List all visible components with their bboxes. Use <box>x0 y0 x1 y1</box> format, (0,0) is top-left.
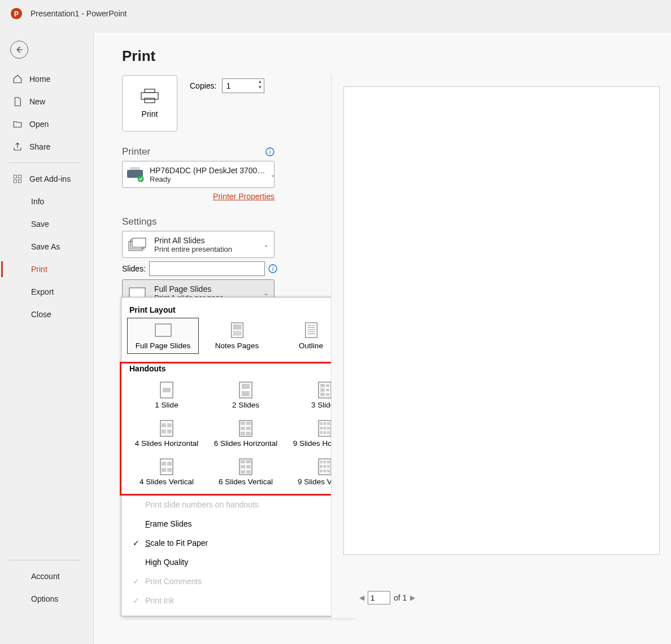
sidebar-item-share[interactable]: Share <box>0 135 93 158</box>
sidebar-label: New <box>29 97 45 106</box>
svg-rect-77 <box>241 465 245 468</box>
check-icon: ✓ <box>133 577 142 586</box>
sidebar-label: Save <box>31 220 49 229</box>
handout-icon <box>239 458 252 475</box>
svg-rect-71 <box>167 462 172 466</box>
copies-input[interactable] <box>223 81 251 90</box>
svg-rect-57 <box>241 432 245 435</box>
sidebar-item-open[interactable]: Open <box>0 113 93 135</box>
sidebar-item-save[interactable]: Save <box>0 213 93 235</box>
svg-rect-85 <box>320 465 323 468</box>
print-what-dropdown[interactable]: Print All Slides Print entire presentati… <box>122 231 274 258</box>
back-button[interactable] <box>10 41 28 59</box>
folder-icon <box>12 119 23 129</box>
sidebar-label: Info <box>31 197 44 206</box>
svg-text:P: P <box>14 10 19 18</box>
page-navigation: ◀ of 1 ▶ <box>359 591 415 604</box>
check-icon: ✓ <box>133 596 142 605</box>
svg-rect-7 <box>145 89 155 93</box>
home-icon <box>12 74 23 84</box>
svg-rect-38 <box>320 384 325 387</box>
sidebar-label: Print <box>31 265 47 274</box>
notes-icon <box>229 322 246 338</box>
copies-label: Copies: <box>190 81 216 90</box>
sidebar-item-print[interactable]: Print <box>0 258 93 281</box>
sidebar-item-home[interactable]: Home <box>0 68 93 90</box>
sidebar-item-export[interactable]: Export <box>0 281 93 303</box>
chevron-down-icon: ⌄ <box>264 242 271 248</box>
sidebar-label: Close <box>31 310 51 319</box>
handout-icon <box>160 458 173 475</box>
option-high-quality[interactable]: High Quality <box>127 553 347 572</box>
svg-rect-53 <box>241 422 245 425</box>
svg-rect-80 <box>246 470 251 474</box>
printer-dropdown[interactable]: HP76D4DC (HP DeskJet 3700… Ready ⌄ <box>122 161 274 188</box>
next-page-icon[interactable]: ▶ <box>410 594 415 602</box>
sidebar-item-account[interactable]: Account <box>0 565 93 588</box>
settings-section-header: Settings <box>122 216 306 227</box>
sidebar-label: Export <box>31 287 54 296</box>
handout-4-horizontal[interactable]: 4 Slides Horizontal <box>127 415 206 452</box>
svg-rect-5 <box>19 180 21 183</box>
svg-rect-35 <box>242 384 250 389</box>
svg-rect-67 <box>324 431 326 434</box>
handout-2-slides[interactable]: 2 Slides <box>206 376 285 414</box>
sidebar-label: Share <box>29 142 50 151</box>
handout-icon <box>160 420 173 437</box>
handout-6-vertical[interactable]: 6 Slides Vertical <box>206 453 285 490</box>
handout-icon <box>239 382 252 398</box>
svg-rect-33 <box>163 388 171 392</box>
handout-4-vertical[interactable]: 4 Slides Vertical <box>127 453 206 490</box>
print-layout-popup: Print Layout Full Page Slides Notes Page… <box>121 297 355 616</box>
svg-rect-86 <box>324 465 326 468</box>
svg-text:i: i <box>272 266 273 272</box>
sidebar-item-options[interactable]: Options <box>0 588 93 610</box>
svg-rect-83 <box>324 461 326 463</box>
svg-rect-55 <box>241 427 245 430</box>
copies-spinbox[interactable]: ▲ ▼ <box>222 78 264 93</box>
svg-rect-84 <box>327 461 330 463</box>
layout-notes-pages[interactable]: Notes Pages <box>201 318 273 354</box>
sidebar-item-saveas[interactable]: Save As <box>0 235 93 258</box>
sidebar-item-close[interactable]: Close <box>0 303 93 326</box>
print-button[interactable]: Print <box>122 75 177 132</box>
sidebar-item-info[interactable]: Info <box>0 190 93 213</box>
sidebar-label: Open <box>29 120 49 129</box>
info-icon[interactable]: i <box>268 264 277 273</box>
spin-down-icon[interactable]: ▼ <box>257 85 263 91</box>
svg-rect-12 <box>130 167 140 170</box>
svg-rect-50 <box>162 430 166 433</box>
sidebar-label: Account <box>31 572 60 581</box>
slides-range-input[interactable] <box>149 261 265 276</box>
printer-status-icon <box>126 167 144 182</box>
svg-rect-16 <box>132 238 146 247</box>
sidebar-item-new[interactable]: New <box>0 90 93 113</box>
svg-rect-61 <box>324 422 326 425</box>
layout-full-page-slides[interactable]: Full Page Slides <box>127 318 199 354</box>
printer-name: HP76D4DC (HP DeskJet 3700… <box>150 166 265 175</box>
content-area: Print Print Copies: ▲ ▼ Printer i <box>93 33 671 644</box>
prev-page-icon[interactable]: ◀ <box>359 594 364 602</box>
handouts-options: 1 Slide 2 Slides 3 Slides 4 Slides Horiz… <box>127 376 347 490</box>
svg-rect-47 <box>160 420 173 436</box>
handout-6-horizontal[interactable]: 6 Slides Horizontal <box>206 415 285 452</box>
svg-rect-62 <box>327 422 330 425</box>
option-frame-slides[interactable]: Frame Slides <box>127 514 347 533</box>
printer-properties-row: Printer Properties <box>122 191 274 201</box>
svg-rect-8 <box>145 98 155 103</box>
printer-properties-link[interactable]: Printer Properties <box>213 192 274 201</box>
printer-icon <box>140 88 159 104</box>
copies-row: Copies: ▲ ▼ <box>190 78 264 93</box>
preview-page <box>343 86 660 555</box>
print-layout-options: Full Page Slides Notes Pages Outline <box>127 318 347 354</box>
handout-1-slide[interactable]: 1 Slide <box>127 376 206 414</box>
info-icon[interactable]: i <box>265 147 274 156</box>
svg-rect-54 <box>246 422 251 425</box>
sidebar-label: Save As <box>31 242 60 251</box>
title-bar: P Presentation1 - PowerPoint <box>0 0 671 27</box>
handout-icon <box>318 458 332 475</box>
sidebar-item-addins[interactable]: Get Add-ins <box>0 168 93 190</box>
option-scale-to-fit[interactable]: ✓Scale to Fit Paper <box>127 533 347 553</box>
page-number-input[interactable] <box>368 591 390 604</box>
addins-icon <box>12 174 23 184</box>
